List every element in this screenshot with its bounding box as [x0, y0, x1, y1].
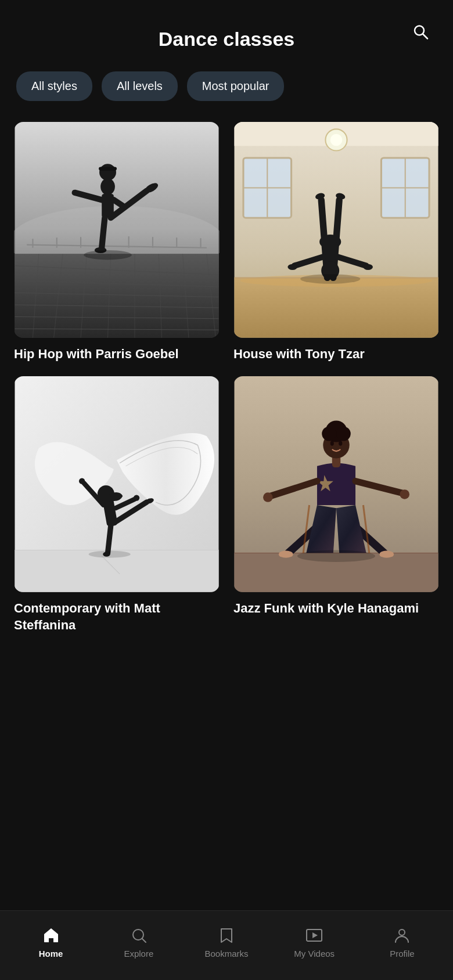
search-button[interactable]: [407, 17, 434, 47]
class-card-contemporary[interactable]: Contemporary with Matt Steffanina: [14, 376, 220, 633]
class-title-house: House with Tony Tzar: [233, 346, 439, 363]
nav-item-home[interactable]: Home: [7, 925, 95, 959]
search-icon: [411, 22, 430, 41]
nav-label-explore: Explore: [124, 949, 153, 959]
myvideos-icon: [304, 925, 324, 945]
page-title: Dance classes: [159, 28, 294, 51]
svg-line-69: [108, 526, 111, 553]
filter-row: All styles All levels Most popular: [0, 64, 453, 115]
nav-label-myvideos: My Videos: [294, 949, 335, 959]
svg-point-94: [336, 427, 351, 441]
svg-point-28: [100, 178, 115, 195]
svg-line-1: [423, 34, 427, 38]
filter-all-levels[interactable]: All levels: [102, 71, 178, 101]
svg-point-87: [379, 551, 394, 558]
class-title-contemporary: Contemporary with Matt Steffanina: [14, 600, 220, 633]
svg-line-103: [142, 939, 146, 942]
nav-item-explore[interactable]: Explore: [95, 925, 182, 959]
svg-point-96: [339, 441, 342, 446]
svg-point-100: [400, 489, 409, 499]
class-title-hiphop: Hip Hop with Parris Goebel: [14, 346, 220, 363]
class-image-contemporary: [14, 376, 220, 592]
svg-point-99: [263, 493, 273, 503]
svg-rect-30: [99, 167, 117, 170]
class-card-hiphop[interactable]: Hip Hop with Parris Goebel: [14, 122, 220, 362]
svg-point-77: [79, 478, 85, 484]
svg-rect-59: [323, 242, 337, 262]
svg-point-95: [330, 441, 334, 446]
svg-point-53: [330, 134, 343, 146]
svg-point-101: [297, 550, 375, 563]
home-icon: [41, 925, 61, 945]
svg-point-78: [134, 495, 139, 501]
svg-marker-105: [312, 932, 318, 938]
class-title-jazzfunk: Jazz Funk with Kyle Hanagami: [233, 600, 439, 617]
explore-icon: [129, 925, 149, 945]
classes-grid: Hip Hop with Parris Goebel: [0, 115, 453, 652]
bottom-nav: Home Explore Bookmarks My Videos: [0, 910, 453, 980]
svg-point-79: [88, 551, 130, 558]
svg-point-93: [322, 427, 336, 441]
svg-point-63: [287, 264, 297, 270]
nav-label-profile: Profile: [390, 949, 415, 959]
svg-line-34: [102, 218, 105, 248]
nav-item-profile[interactable]: Profile: [358, 925, 446, 959]
header: Dance classes: [0, 0, 453, 64]
nav-label-bookmarks: Bookmarks: [204, 949, 248, 959]
svg-point-106: [399, 929, 405, 935]
svg-point-86: [279, 551, 293, 558]
class-card-jazzfunk[interactable]: Jazz Funk with Kyle Hanagami: [233, 376, 439, 633]
class-card-house[interactable]: House with Tony Tzar: [233, 122, 439, 362]
class-image-hiphop: [14, 122, 220, 338]
filter-all-styles[interactable]: All styles: [16, 71, 92, 101]
svg-point-38: [84, 250, 132, 260]
nav-item-bookmarks[interactable]: Bookmarks: [182, 925, 270, 959]
bookmarks-icon: [217, 925, 236, 945]
filter-most-popular[interactable]: Most popular: [187, 71, 285, 101]
svg-rect-4: [15, 254, 218, 338]
nav-label-home: Home: [39, 949, 63, 959]
svg-point-65: [300, 274, 360, 284]
svg-point-29: [99, 164, 116, 181]
class-image-jazzfunk: [233, 376, 439, 592]
profile-icon: [392, 925, 412, 945]
svg-point-64: [363, 264, 373, 270]
nav-item-myvideos[interactable]: My Videos: [271, 925, 358, 959]
class-image-house: [233, 122, 439, 338]
